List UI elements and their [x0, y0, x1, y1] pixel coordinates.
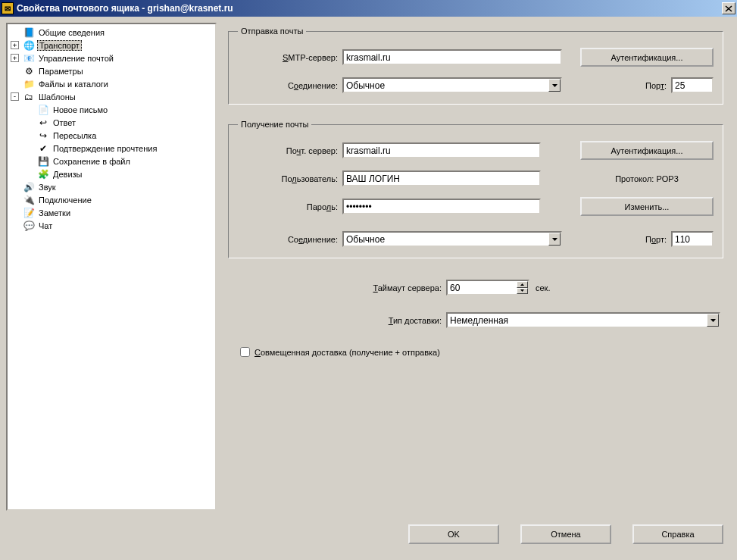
- recv-conn-combo[interactable]: [342, 231, 562, 247]
- recv-pass-input[interactable]: [342, 199, 541, 214]
- tree-item-icon: ⚙: [23, 65, 35, 77]
- timeout-label: Таймаут сервера:: [355, 283, 446, 293]
- recv-legend: Получение почты: [238, 120, 311, 129]
- chevron-down-icon: [552, 84, 557, 87]
- recv-server-input[interactable]: [342, 142, 541, 158]
- tree-item[interactable]: ↪Пересылка: [8, 129, 215, 142]
- smtp-label: SMTP-сервер:: [238, 53, 342, 62]
- tree-item[interactable]: +📧Управление почтой: [8, 52, 215, 64]
- tree-item-label: Девизы: [52, 170, 84, 179]
- tree-connector: [11, 183, 19, 191]
- tree-item[interactable]: 🧩Девизы: [8, 167, 215, 180]
- send-group: Отправка почты SMTP-сервер: Аутентификац…: [228, 27, 723, 105]
- help-button[interactable]: Справка: [632, 524, 723, 544]
- tree-item-label: Общие сведения: [37, 28, 106, 37]
- timeout-spinner[interactable]: [517, 281, 528, 294]
- tree-item-label: Заметки: [37, 208, 72, 217]
- tree-connector: [25, 105, 33, 114]
- send-port-label: Порт:: [645, 81, 671, 90]
- tree-item-label: Транспорт: [37, 40, 82, 51]
- expand-icon[interactable]: +: [11, 54, 19, 62]
- tree-item-icon: ↩: [37, 117, 49, 129]
- recv-group: Получение почты Почт. сервер: Аутентифик…: [228, 120, 723, 258]
- footer-buttons: OK Отмена Справка: [0, 517, 737, 544]
- delivery-combo[interactable]: [446, 312, 720, 328]
- tree-connector: [25, 144, 33, 152]
- tree-item[interactable]: 📘Общие сведения: [8, 26, 215, 39]
- tree-item-icon: 💾: [37, 155, 49, 167]
- tree-item[interactable]: ⚙Параметры: [8, 64, 215, 77]
- tree-item-icon: 📄: [37, 104, 49, 116]
- tree-connector: [25, 170, 33, 178]
- combined-delivery-label: Совмещенная доставка (получение + отправ…: [255, 348, 440, 357]
- tree-item-icon: 📘: [23, 27, 35, 39]
- recv-port-label: Порт:: [645, 235, 671, 244]
- chevron-down-icon: [520, 289, 524, 292]
- recv-user-input[interactable]: [342, 171, 541, 186]
- tree-item[interactable]: ↩Ответ: [8, 116, 215, 129]
- timeout-units: сек.: [529, 283, 551, 293]
- tree-item[interactable]: +🌐Транспорт: [8, 39, 215, 52]
- tree-item-icon: 📝: [23, 207, 35, 219]
- close-icon: [725, 5, 732, 12]
- tree-item[interactable]: 📁Файлы и каталоги: [8, 77, 215, 90]
- tree-item-icon: ↪: [37, 130, 49, 142]
- tree-item[interactable]: 💬Чат: [8, 219, 215, 232]
- tree-item-icon: 📁: [23, 78, 35, 90]
- tree-item-label: Подтверждение прочтения: [52, 144, 158, 153]
- tree-item-label: Ответ: [52, 118, 77, 127]
- tree-item-icon: 🌐: [23, 39, 35, 52]
- tree-item[interactable]: 📝Заметки: [8, 206, 215, 219]
- tree-item-icon: 🔊: [23, 181, 35, 193]
- spin-up-button[interactable]: [517, 281, 528, 288]
- cancel-button[interactable]: Отмена: [520, 524, 611, 544]
- tree-item-label: Чат: [37, 221, 54, 230]
- ok-button[interactable]: OK: [408, 524, 499, 544]
- nav-tree[interactable]: 📘Общие сведения+🌐Транспорт+📧Управление п…: [6, 23, 217, 511]
- tree-item-label: Файлы и каталоги: [37, 80, 110, 89]
- smtp-input[interactable]: [342, 49, 562, 65]
- send-conn-combo[interactable]: [342, 77, 562, 93]
- tree-item-icon: 📧: [23, 52, 35, 64]
- recv-change-button[interactable]: Изменить...: [580, 197, 714, 216]
- title-bar: ✉ Свойства почтового ящика - grishan@kra…: [0, 0, 737, 17]
- recv-auth-button[interactable]: Аутентификация...: [580, 141, 714, 160]
- tree-item-icon: 🔌: [23, 194, 35, 206]
- collapse-icon[interactable]: -: [11, 92, 19, 101]
- tree-connector: [11, 28, 19, 36]
- tree-item-label: Параметры: [37, 67, 85, 76]
- tree-item[interactable]: 🔊Звук: [8, 180, 215, 193]
- tree-connector: [11, 196, 19, 204]
- spin-down-button[interactable]: [517, 288, 528, 295]
- tree-connector: [11, 80, 19, 88]
- tree-item-label: Новое письмо: [52, 105, 109, 114]
- tree-item[interactable]: 📄Новое письмо: [8, 103, 215, 116]
- tree-item-icon: ✔: [37, 142, 49, 155]
- tree-item-icon: 🧩: [37, 168, 49, 180]
- tree-connector: [11, 67, 19, 75]
- tree-item-label: Сохранение в файл: [52, 157, 132, 166]
- tree-connector: [25, 131, 33, 139]
- recv-port-input[interactable]: [671, 231, 714, 247]
- recv-conn-dropdown-button[interactable]: [548, 233, 561, 246]
- tree-item-label: Звук: [37, 183, 58, 192]
- send-port-input[interactable]: [671, 77, 714, 93]
- expand-icon[interactable]: +: [11, 41, 19, 49]
- tree-connector: [25, 118, 33, 127]
- chevron-up-icon: [520, 283, 524, 286]
- tree-item[interactable]: ✔Подтверждение прочтения: [8, 142, 215, 155]
- tree-item[interactable]: -🗂Шаблоны: [8, 90, 215, 103]
- recv-conn-label: Соединение:: [238, 235, 342, 244]
- window-title: Свойства почтового ящика - grishan@krasn…: [17, 3, 722, 14]
- tree-item-label: Управление почтой: [37, 54, 115, 63]
- send-auth-button[interactable]: Аутентификация...: [580, 48, 714, 67]
- close-button[interactable]: [722, 2, 735, 14]
- combined-delivery-checkbox[interactable]: [240, 347, 250, 357]
- tree-item[interactable]: 🔌Подключение: [8, 193, 215, 206]
- tree-connector: [11, 208, 19, 217]
- tree-connector: [25, 157, 33, 165]
- tree-item[interactable]: 💾Сохранение в файл: [8, 155, 215, 167]
- recv-user-label: Пользователь:: [238, 174, 342, 183]
- send-conn-dropdown-button[interactable]: [548, 79, 561, 92]
- delivery-dropdown-button[interactable]: [707, 314, 719, 327]
